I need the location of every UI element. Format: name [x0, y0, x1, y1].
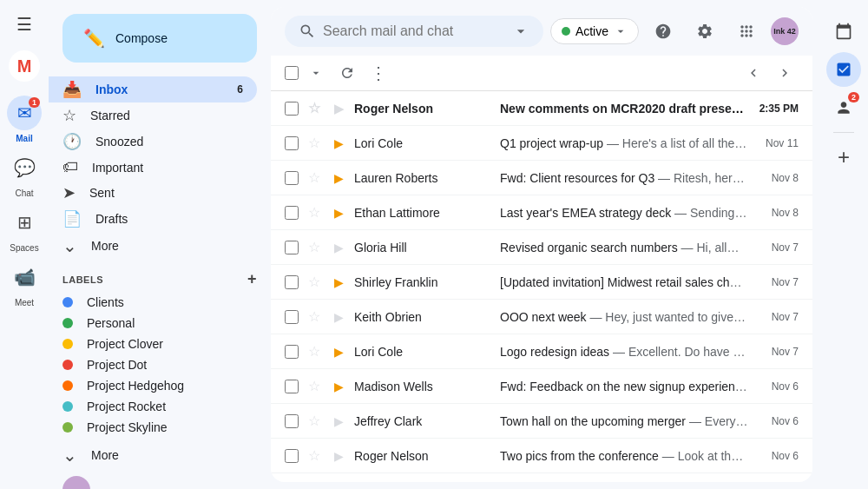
email-star[interactable]: ☆	[306, 135, 323, 152]
help-button[interactable]	[646, 14, 681, 49]
email-star[interactable]: ☆	[306, 239, 323, 256]
email-subject: Two pics from the conference	[500, 449, 659, 463]
email-important-marker[interactable]: ▶	[330, 169, 347, 187]
search-bar[interactable]	[285, 16, 543, 47]
email-row[interactable]: ☆ ▶ Jeffrey Clark Town hall on the upcom…	[271, 404, 812, 439]
email-important-marker[interactable]: ▶	[330, 239, 347, 256]
email-important-marker[interactable]: ▶	[330, 482, 347, 483]
chat-icon[interactable]: 💬	[7, 150, 42, 185]
label-project-skyline[interactable]: Project Skyline	[49, 417, 257, 438]
email-checkbox[interactable]	[285, 310, 299, 324]
email-row[interactable]: ☆ ▶ Ethan Lattimore Last year's EMEA str…	[271, 195, 812, 230]
email-row[interactable]: ☆ ▶ Roger Nelson Two pics from the confe…	[271, 439, 812, 473]
email-checkbox[interactable]	[285, 414, 299, 428]
email-date: Nov 6	[755, 380, 799, 393]
email-row[interactable]: ☆ ▶ Gloria Hill Revised organic search n…	[271, 230, 812, 265]
right-rail-tasks-icon[interactable]	[826, 52, 861, 87]
right-rail-contacts-icon[interactable]: 2	[826, 90, 861, 125]
email-star[interactable]: ☆	[306, 413, 323, 430]
sidebar-item-snoozed[interactable]: 🕐 Snoozed	[49, 129, 257, 155]
email-row[interactable]: ☆ ▶ Lori Cole Logo redesign ideas — Exce…	[271, 334, 812, 369]
sidebar-item-more[interactable]: ⌄ More	[49, 232, 257, 260]
email-star[interactable]: ☆	[306, 482, 323, 483]
label-project-clover[interactable]: Project Clover	[49, 334, 257, 354]
user-avatar[interactable]	[62, 476, 90, 489]
meet-rail-item[interactable]: 📹 Meet	[7, 260, 42, 314]
sidebar-labels-more[interactable]: ⌄ More	[49, 441, 257, 469]
email-checkbox[interactable]	[285, 275, 299, 289]
email-row[interactable]: ☆ ▶ Raymond Santos [UX] Special delivery…	[271, 473, 812, 482]
email-important-marker[interactable]: ▶	[330, 100, 347, 117]
email-star[interactable]: ☆	[306, 447, 323, 465]
email-star[interactable]: ☆	[306, 100, 323, 117]
label-personal[interactable]: Personal	[49, 313, 257, 334]
label-project-dot[interactable]: Project Dot	[49, 354, 257, 375]
sidebar-item-sent[interactable]: ➤ Sent	[49, 180, 257, 206]
active-status-button[interactable]: Active	[550, 18, 639, 44]
mail-icon[interactable]: ✉ 1	[7, 96, 42, 130]
email-row[interactable]: ☆ ▶ Madison Wells Fwd: Feedback on the n…	[271, 369, 812, 404]
compose-button[interactable]: ✏️ Compose	[62, 14, 257, 63]
email-star[interactable]: ☆	[306, 343, 323, 360]
email-checkbox[interactable]	[285, 206, 299, 220]
search-dropdown-icon[interactable]	[512, 23, 529, 40]
email-important-marker[interactable]: ▶	[330, 343, 347, 360]
apps-button[interactable]	[729, 14, 764, 49]
meet-icon[interactable]: 📹	[7, 260, 42, 294]
select-all-checkbox[interactable]	[285, 66, 299, 80]
email-checkbox[interactable]	[285, 102, 299, 116]
email-important-marker[interactable]: ▶	[330, 378, 347, 395]
chat-rail-item[interactable]: 💬 Chat	[7, 150, 42, 205]
spaces-icon[interactable]: ⊞	[7, 205, 42, 240]
sidebar-item-starred[interactable]: ☆ Starred	[49, 102, 257, 129]
email-checkbox[interactable]	[285, 449, 299, 463]
more-label: More	[91, 239, 243, 253]
email-star[interactable]: ☆	[306, 274, 323, 291]
email-row[interactable]: ☆ ▶ Keith Obrien OOO next week — Hey, ju…	[271, 300, 812, 334]
sidebar-item-drafts[interactable]: 📄 Drafts	[49, 206, 257, 232]
email-important-marker[interactable]: ▶	[330, 135, 347, 152]
email-checkbox[interactable]	[285, 380, 299, 393]
search-input[interactable]	[323, 23, 505, 39]
email-row[interactable]: ☆ ▶ Lauren Roberts Fwd: Client resources…	[271, 161, 812, 195]
select-dropdown-button[interactable]	[302, 59, 330, 87]
refresh-button[interactable]	[333, 59, 361, 87]
label-project-hedgehog[interactable]: Project Hedgehog	[49, 375, 257, 396]
project-clover-label: Project Clover	[87, 337, 163, 351]
email-checkbox[interactable]	[285, 241, 299, 254]
email-important-marker[interactable]: ▶	[330, 308, 347, 326]
prev-page-button[interactable]	[740, 59, 767, 87]
label-clients[interactable]: Clients	[49, 292, 257, 313]
right-rail-calendar-icon[interactable]	[826, 14, 861, 49]
email-important-marker[interactable]: ▶	[330, 274, 347, 291]
email-row[interactable]: ☆ ▶ Roger Nelson New comments on MCR2020…	[271, 91, 812, 126]
email-checkbox[interactable]	[285, 171, 299, 185]
label-project-rocket[interactable]: Project Rocket	[49, 396, 257, 417]
sidebar-item-important[interactable]: 🏷 Important	[49, 155, 257, 180]
spaces-rail-item[interactable]: ⊞ Spaces	[7, 205, 42, 260]
email-important-marker[interactable]: ▶	[330, 447, 347, 465]
user-profile-area[interactable]	[49, 469, 271, 489]
mail-rail-item[interactable]: ✉ 1 Mail	[7, 96, 42, 150]
email-star[interactable]: ☆	[306, 204, 323, 221]
email-subject-preview: Revised organic search numbers — Hi, all…	[500, 241, 748, 254]
more-options-button[interactable]: ⋮	[365, 59, 392, 87]
email-important-marker[interactable]: ▶	[330, 204, 347, 221]
sidebar-item-inbox[interactable]: 📥 Inbox 6	[49, 76, 257, 102]
email-star[interactable]: ☆	[306, 378, 323, 395]
menu-rail-item[interactable]: ☰	[7, 7, 42, 43]
right-rail-add-button[interactable]: +	[826, 140, 861, 175]
menu-icon[interactable]: ☰	[7, 7, 42, 42]
add-label-button[interactable]: +	[247, 270, 257, 288]
email-row[interactable]: ☆ ▶ Shirley Franklin [Updated invitation…	[271, 265, 812, 300]
user-account-avatar[interactable]: Ink 42	[771, 17, 799, 45]
next-page-button[interactable]	[771, 59, 799, 87]
email-checkbox[interactable]	[285, 136, 299, 150]
email-star[interactable]: ☆	[306, 308, 323, 326]
email-important-marker[interactable]: ▶	[330, 413, 347, 430]
email-star[interactable]: ☆	[306, 169, 323, 187]
email-sender: Lori Cole	[354, 136, 493, 150]
email-checkbox[interactable]	[285, 345, 299, 359]
settings-button[interactable]	[687, 14, 722, 49]
email-row[interactable]: ☆ ▶ Lori Cole Q1 project wrap-up — Here'…	[271, 126, 812, 161]
